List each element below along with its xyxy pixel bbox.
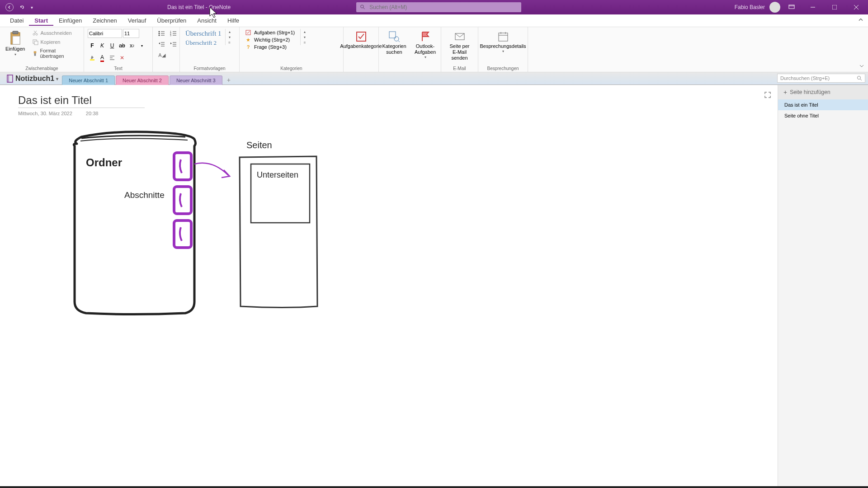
undo-icon[interactable] bbox=[18, 3, 26, 11]
add-page-button[interactable]: + Seite hinzufügen bbox=[778, 85, 868, 99]
svg-point-11 bbox=[33, 33, 35, 35]
section-bar: Notizbuch1 ▾ Neuer Abschnitt 1 Neuer Abs… bbox=[0, 72, 868, 85]
title-bar: ▾ Das ist ein Titel - OneNote Fabio Basl… bbox=[0, 0, 868, 14]
star-icon: ★ bbox=[245, 37, 251, 43]
minimize-button[interactable] bbox=[803, 0, 823, 14]
tags-expand[interactable]: ≡ bbox=[302, 40, 308, 45]
search-input[interactable] bbox=[369, 4, 518, 10]
menu-verlauf[interactable]: Verlauf bbox=[123, 15, 151, 26]
number-list-button[interactable]: 123 bbox=[168, 29, 179, 38]
search-notebook-input[interactable]: Durchsuchen (Strg+E) bbox=[777, 74, 865, 83]
add-section-button[interactable]: + bbox=[223, 75, 234, 84]
task-category-button[interactable]: Aufgabenkategorie bbox=[347, 29, 375, 51]
ribbon-group-outlook-tasks: Outlook-Aufgaben ▾ bbox=[410, 27, 441, 72]
question-icon: ? bbox=[245, 44, 251, 50]
svg-rect-43 bbox=[389, 32, 396, 38]
tags-scroll-down[interactable]: ▾ bbox=[302, 34, 308, 40]
page-canvas[interactable]: Das ist ein Titel Mittwoch, 30. März 202… bbox=[0, 85, 778, 488]
align-button[interactable] bbox=[108, 53, 117, 62]
search-icon bbox=[857, 75, 862, 81]
page-list-item[interactable]: Seite ohne Titel bbox=[778, 110, 868, 121]
svg-rect-57 bbox=[174, 221, 191, 248]
font-select[interactable] bbox=[88, 29, 122, 38]
section-tab-3[interactable]: Neuer Abschnitt 3 bbox=[170, 75, 222, 85]
notebook-selector[interactable]: Notizbuch1 ▾ bbox=[3, 73, 62, 84]
user-name[interactable]: Fabio Basler bbox=[735, 4, 765, 10]
svg-rect-2 bbox=[789, 5, 794, 9]
tag-question[interactable]: ?Frage (Strg+3) bbox=[243, 43, 297, 51]
menu-datei[interactable]: Datei bbox=[5, 15, 29, 26]
page-date: Mittwoch, 30. März 2022 bbox=[18, 111, 72, 116]
find-tags-button[interactable]: Kategorien suchen bbox=[382, 29, 406, 57]
expand-icon[interactable] bbox=[764, 91, 771, 100]
font-size-select[interactable] bbox=[123, 29, 139, 38]
outdent-icon bbox=[158, 41, 165, 47]
copy-button[interactable]: Kopieren bbox=[30, 38, 80, 46]
underline-button[interactable]: U bbox=[108, 41, 117, 50]
email-page-button[interactable]: Seite per E-Mail senden bbox=[445, 29, 474, 63]
svg-point-12 bbox=[36, 33, 38, 35]
svg-line-54 bbox=[860, 79, 862, 80]
ribbon-group-tags: Aufgaben (Strg+1) ★Wichtig (Strg+2) ?Fra… bbox=[240, 27, 344, 72]
section-tab-2[interactable]: Neuer Abschnitt 2 bbox=[116, 75, 169, 85]
tags-scroll-up[interactable]: ▴ bbox=[302, 29, 308, 34]
align-icon bbox=[109, 55, 115, 61]
menu-einfuegen[interactable]: Einfügen bbox=[53, 15, 87, 26]
more-format-button[interactable]: ▾ bbox=[137, 41, 146, 50]
customize-qat-icon[interactable]: ▾ bbox=[31, 5, 33, 10]
page-title[interactable]: Das ist ein Titel bbox=[18, 94, 145, 108]
font-color-button[interactable]: A bbox=[98, 53, 107, 62]
tag-important[interactable]: ★Wichtig (Strg+2) bbox=[243, 36, 297, 43]
page-meta: Mittwoch, 30. März 2022 20:38 bbox=[18, 111, 760, 116]
close-button[interactable] bbox=[846, 0, 866, 14]
menu-zeichnen[interactable]: Zeichnen bbox=[87, 15, 122, 26]
meeting-details-button[interactable]: Besprechungsdetails ▾ bbox=[482, 29, 524, 55]
style-heading2[interactable]: Überschrift 2 bbox=[184, 38, 223, 47]
menu-hilfe[interactable]: Hilfe bbox=[222, 15, 245, 26]
back-icon[interactable] bbox=[5, 3, 14, 11]
ribbon-group-text: F K U ab x2 ▾ A ✕ Text bbox=[84, 27, 153, 72]
svg-rect-9 bbox=[13, 31, 18, 34]
styles-expand[interactable]: ≡ bbox=[226, 40, 233, 45]
tag-task[interactable]: Aufgaben (Strg+1) bbox=[243, 29, 297, 36]
bullet-list-button[interactable] bbox=[156, 29, 167, 38]
indent-button[interactable] bbox=[168, 40, 179, 49]
strikethrough-button[interactable]: ab bbox=[118, 41, 127, 50]
cut-button[interactable]: Ausschneiden bbox=[30, 29, 80, 37]
subscript-button[interactable]: x2 bbox=[127, 41, 137, 50]
italic-button[interactable]: K bbox=[98, 41, 107, 50]
outlook-tasks-button[interactable]: Outlook-Aufgaben ▾ bbox=[413, 29, 437, 61]
menu-start[interactable]: Start bbox=[29, 15, 53, 26]
styles-scroll-up[interactable]: ▴ bbox=[226, 29, 233, 34]
styles-scroll-down[interactable]: ▾ bbox=[226, 34, 233, 40]
brush-icon bbox=[32, 50, 38, 56]
menu-ueberpruefen[interactable]: Überprüfen bbox=[151, 15, 192, 26]
avatar[interactable] bbox=[769, 2, 780, 13]
ribbon-group-find-tags: Kategorien suchen bbox=[379, 27, 410, 72]
format-painter-button[interactable]: Format übertragen bbox=[30, 47, 80, 60]
checkbox-large-icon bbox=[355, 31, 367, 42]
window-mode-icon[interactable] bbox=[788, 4, 795, 11]
maximize-button[interactable] bbox=[825, 0, 844, 14]
search-box[interactable] bbox=[356, 2, 521, 12]
style-heading1[interactable]: Überschrift 1 bbox=[184, 29, 223, 38]
paste-icon bbox=[9, 31, 22, 45]
page-panel: + Seite hinzufügen Das ist ein Titel Sei… bbox=[778, 85, 868, 488]
section-tab-1[interactable]: Neuer Abschnitt 1 bbox=[62, 75, 115, 85]
envelope-icon bbox=[454, 31, 466, 42]
drawing-label-ordner: Ordner bbox=[86, 156, 122, 169]
clear-format-button[interactable]: ✕ bbox=[118, 53, 127, 62]
checkbox-icon bbox=[245, 29, 251, 36]
svg-rect-55 bbox=[174, 153, 191, 180]
collapse-ribbon-icon[interactable] bbox=[858, 17, 863, 24]
outdent-button[interactable] bbox=[156, 40, 167, 49]
bold-button[interactable]: F bbox=[88, 41, 97, 50]
notebook-icon bbox=[6, 75, 14, 83]
ribbon-collapse-icon[interactable] bbox=[859, 63, 864, 70]
paste-button[interactable]: Einfügen ▾ bbox=[4, 29, 27, 58]
page-list-item[interactable]: Das ist ein Titel bbox=[778, 99, 868, 110]
clear-formatting-button[interactable]: A◢ bbox=[156, 51, 167, 60]
menu-ansicht[interactable]: Ansicht bbox=[192, 15, 222, 26]
taskbar bbox=[0, 486, 868, 488]
highlight-button[interactable] bbox=[88, 53, 97, 62]
